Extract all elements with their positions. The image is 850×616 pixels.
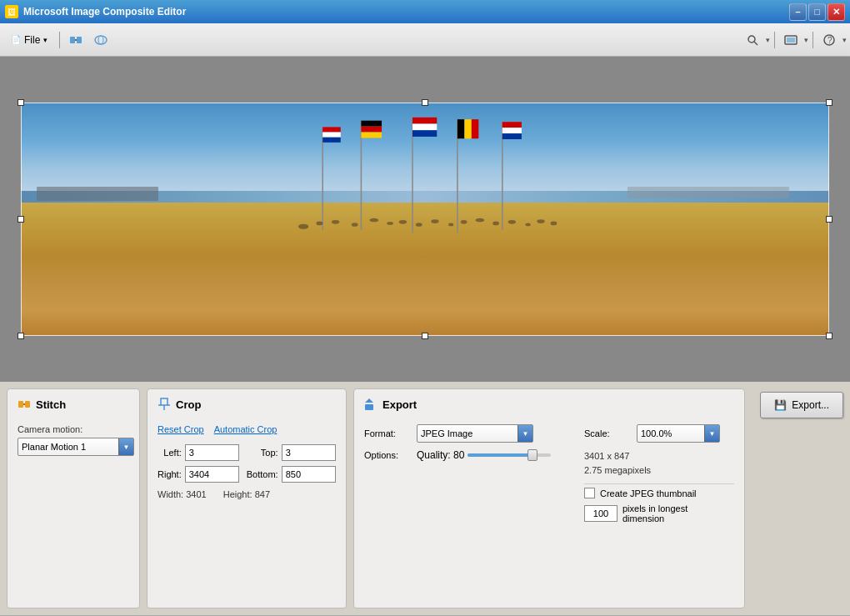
scale-label: Scale: xyxy=(584,428,630,438)
svg-point-34 xyxy=(351,223,358,227)
pixels-label: pixels in longest dimension xyxy=(622,503,688,523)
help-button[interactable]: ? xyxy=(818,28,841,52)
view-button[interactable] xyxy=(779,28,802,52)
slider-fill xyxy=(468,453,534,457)
stitch-tool-button[interactable] xyxy=(64,28,88,52)
svg-point-33 xyxy=(332,220,339,224)
format-value: JPEG Image xyxy=(421,428,472,438)
search-arrow[interactable]: ▾ xyxy=(766,36,770,44)
svg-rect-16 xyxy=(322,127,341,132)
image-dimensions: 3401 x 847 xyxy=(584,449,734,463)
view-icon xyxy=(784,33,798,47)
file-menu-button[interactable]: 📄 File ▾ xyxy=(3,28,55,52)
left-input[interactable] xyxy=(185,444,239,461)
camera-motion-arrow: ▼ xyxy=(118,438,133,455)
scale-row: Scale: 100.0% ▼ xyxy=(584,424,734,443)
format-arrow: ▼ xyxy=(518,425,532,442)
thumbnail-label: Create JPEG thumbnail xyxy=(600,488,697,498)
image-info: 3401 x 847 2.75 megapixels xyxy=(584,449,734,477)
options-label: Options: xyxy=(364,450,410,460)
crop-grid: Left: Top: Right: Bottom: xyxy=(158,444,336,483)
window-title: Microsoft Image Composite Editor xyxy=(23,6,784,18)
svg-point-37 xyxy=(398,220,406,224)
crop-links: Reset Crop Automatic Crop xyxy=(158,424,336,434)
pier-right xyxy=(628,187,789,198)
width-info: Width: 3401 xyxy=(158,489,207,499)
svg-point-35 xyxy=(369,218,378,223)
automatic-crop-link[interactable]: Automatic Crop xyxy=(214,424,278,434)
svg-rect-0 xyxy=(70,37,75,43)
stitch-section: Stitch Camera motion: Planar Motion 1 ▼ xyxy=(7,388,140,608)
crop-section: Crop Reset Crop Automatic Crop Left: Top… xyxy=(147,388,347,608)
svg-rect-55 xyxy=(365,404,373,410)
svg-marker-56 xyxy=(365,398,373,403)
app-icon: 🖼 xyxy=(5,5,18,18)
export-right: Scale: 100.0% ▼ 3401 x 847 2.75 megapixe… xyxy=(584,424,734,523)
maximize-button[interactable]: □ xyxy=(808,3,826,21)
crop-info: Width: 3401 Height: 847 xyxy=(158,489,336,499)
format-dropdown[interactable]: JPEG Image ▼ xyxy=(417,424,533,443)
svg-point-38 xyxy=(415,223,422,227)
right-input[interactable] xyxy=(185,466,239,483)
svg-rect-30 xyxy=(502,133,521,139)
scale-arrow: ▼ xyxy=(704,425,719,442)
camera-motion-dropdown[interactable]: Planar Motion 1 ▼ xyxy=(18,438,134,456)
slider-thumb[interactable] xyxy=(528,449,538,461)
export-button[interactable]: 💾 Export... xyxy=(760,392,843,418)
toolbar-divider-2 xyxy=(774,32,775,48)
search-button[interactable] xyxy=(741,28,764,52)
export-section: Export Format: JPEG Image ▼ Options: Qua… xyxy=(353,388,745,608)
quality-slider[interactable]: Quality: 80 xyxy=(417,449,551,461)
view-arrow[interactable]: ▾ xyxy=(804,36,808,44)
svg-rect-17 xyxy=(322,133,341,138)
svg-point-31 xyxy=(298,224,308,229)
scale-value: 100.0% xyxy=(641,428,672,438)
svg-line-6 xyxy=(754,42,758,45)
svg-rect-25 xyxy=(457,119,463,138)
thumbnail-checkbox[interactable] xyxy=(584,488,595,498)
scale-dropdown[interactable]: 100.0% ▼ xyxy=(637,424,720,443)
search-icon xyxy=(746,33,759,47)
people-silhouettes xyxy=(298,218,557,229)
svg-rect-18 xyxy=(322,138,341,143)
toolbar: 📄 File ▾ ▾ ▾ xyxy=(0,23,850,57)
bottom-label: Bottom: xyxy=(247,469,278,479)
minimize-button[interactable]: – xyxy=(789,3,807,21)
pixel-input[interactable] xyxy=(584,505,618,522)
help-icon: ? xyxy=(822,33,836,47)
help-arrow[interactable]: ▾ xyxy=(842,36,847,44)
svg-rect-22 xyxy=(412,118,437,124)
panorama-container xyxy=(21,103,829,336)
svg-rect-49 xyxy=(25,401,30,408)
bottom-input[interactable] xyxy=(282,466,336,483)
svg-rect-27 xyxy=(471,119,478,138)
top-input[interactable] xyxy=(282,444,336,461)
panorama-icon xyxy=(94,33,108,47)
svg-rect-28 xyxy=(502,122,521,128)
bottom-panel: Stitch Camera motion: Planar Motion 1 ▼ … xyxy=(0,382,850,615)
svg-rect-29 xyxy=(502,128,521,133)
canvas-area[interactable] xyxy=(0,57,850,382)
stitch-section-icon xyxy=(18,398,31,411)
crop-title-text: Crop xyxy=(176,398,201,411)
image-megapixels: 2.75 megapixels xyxy=(584,463,734,478)
toolbar-divider-1 xyxy=(59,32,60,48)
reset-crop-link[interactable]: Reset Crop xyxy=(158,424,204,434)
svg-point-36 xyxy=(387,222,393,225)
export-content: Format: JPEG Image ▼ Options: Quality: 8… xyxy=(364,424,734,523)
quality-label: Quality: 80 xyxy=(417,449,464,461)
format-label: Format: xyxy=(364,428,410,438)
svg-point-40 xyxy=(448,223,453,227)
stitch-title-text: Stitch xyxy=(36,398,66,411)
title-bar: 🖼 Microsoft Image Composite Editor – □ ✕ xyxy=(0,0,850,23)
svg-rect-19 xyxy=(361,121,382,127)
svg-rect-1 xyxy=(77,37,82,43)
panorama-tool-button[interactable] xyxy=(89,28,112,52)
crop-title: Crop xyxy=(158,398,336,416)
svg-text:?: ? xyxy=(828,36,832,45)
export-title: Export xyxy=(364,398,734,416)
svg-point-46 xyxy=(537,219,544,223)
close-button[interactable]: ✕ xyxy=(828,3,845,21)
slider-track[interactable] xyxy=(468,453,551,457)
svg-point-43 xyxy=(492,222,499,226)
